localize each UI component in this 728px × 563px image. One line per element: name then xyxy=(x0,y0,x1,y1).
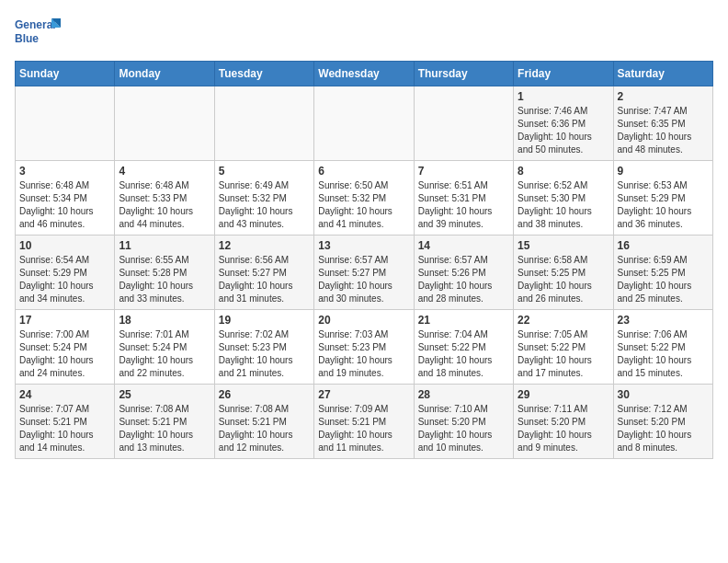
calendar-day-cell: 19Sunrise: 7:02 AMSunset: 5:23 PMDayligh… xyxy=(214,310,313,385)
calendar-day-cell: 9Sunrise: 6:53 AMSunset: 5:29 PMDaylight… xyxy=(613,161,712,236)
day-number: 1 xyxy=(518,90,609,103)
day-info: Sunrise: 7:00 AMSunset: 5:24 PMDaylight:… xyxy=(19,328,110,380)
day-info: Sunrise: 6:53 AMSunset: 5:29 PMDaylight:… xyxy=(618,179,709,231)
calendar-day-cell: 5Sunrise: 6:49 AMSunset: 5:32 PMDaylight… xyxy=(214,161,313,236)
logo-svg: General Blue xyxy=(15,15,61,52)
day-number: 30 xyxy=(618,388,709,401)
day-number: 3 xyxy=(19,165,110,178)
day-number: 18 xyxy=(119,314,210,327)
day-number: 9 xyxy=(618,165,709,178)
calendar-day-cell: 6Sunrise: 6:50 AMSunset: 5:32 PMDaylight… xyxy=(314,161,414,236)
day-info: Sunrise: 7:10 AMSunset: 5:20 PMDaylight:… xyxy=(418,403,509,454)
calendar-day-cell: 16Sunrise: 6:59 AMSunset: 5:25 PMDayligh… xyxy=(613,236,712,310)
day-info: Sunrise: 7:08 AMSunset: 5:21 PMDaylight:… xyxy=(119,403,210,454)
day-number: 7 xyxy=(418,165,509,178)
calendar-day-cell: 4Sunrise: 6:48 AMSunset: 5:33 PMDaylight… xyxy=(115,161,214,236)
calendar-day-cell: 8Sunrise: 6:52 AMSunset: 5:30 PMDaylight… xyxy=(514,161,613,236)
day-of-week-header: Friday xyxy=(514,62,613,86)
day-info: Sunrise: 6:57 AMSunset: 5:27 PMDaylight:… xyxy=(318,254,409,305)
day-info: Sunrise: 7:08 AMSunset: 5:21 PMDaylight:… xyxy=(219,403,310,454)
calendar-table: SundayMondayTuesdayWednesdayThursdayFrid… xyxy=(15,61,713,459)
day-info: Sunrise: 7:12 AMSunset: 5:20 PMDaylight:… xyxy=(618,403,709,454)
day-number: 17 xyxy=(19,314,110,327)
day-info: Sunrise: 6:49 AMSunset: 5:32 PMDaylight:… xyxy=(219,179,310,231)
day-number: 26 xyxy=(219,388,310,401)
day-info: Sunrise: 7:06 AMSunset: 5:22 PMDaylight:… xyxy=(618,328,709,380)
day-number: 22 xyxy=(518,314,609,327)
calendar-day-cell xyxy=(314,86,414,161)
day-number: 13 xyxy=(318,239,409,252)
day-info: Sunrise: 6:59 AMSunset: 5:25 PMDaylight:… xyxy=(618,254,709,305)
day-info: Sunrise: 7:05 AMSunset: 5:22 PMDaylight:… xyxy=(518,328,609,380)
calendar-day-cell xyxy=(414,86,513,161)
calendar-day-cell: 13Sunrise: 6:57 AMSunset: 5:27 PMDayligh… xyxy=(314,236,414,310)
day-info: Sunrise: 6:50 AMSunset: 5:32 PMDaylight:… xyxy=(318,179,409,231)
calendar-day-cell xyxy=(214,86,313,161)
calendar-week-row: 24Sunrise: 7:07 AMSunset: 5:21 PMDayligh… xyxy=(16,385,713,459)
calendar-day-cell: 22Sunrise: 7:05 AMSunset: 5:22 PMDayligh… xyxy=(514,310,613,385)
day-of-week-header: Wednesday xyxy=(314,62,414,86)
day-number: 20 xyxy=(318,314,409,327)
calendar-day-cell: 11Sunrise: 6:55 AMSunset: 5:28 PMDayligh… xyxy=(115,236,214,310)
day-number: 8 xyxy=(518,165,609,178)
calendar-day-cell: 29Sunrise: 7:11 AMSunset: 5:20 PMDayligh… xyxy=(514,385,613,459)
day-number: 11 xyxy=(119,239,210,252)
calendar-day-cell: 23Sunrise: 7:06 AMSunset: 5:22 PMDayligh… xyxy=(613,310,712,385)
day-info: Sunrise: 7:03 AMSunset: 5:23 PMDaylight:… xyxy=(318,328,409,380)
day-number: 27 xyxy=(318,388,409,401)
page-header: General Blue xyxy=(15,15,713,52)
day-info: Sunrise: 6:56 AMSunset: 5:27 PMDaylight:… xyxy=(219,254,310,305)
day-info: Sunrise: 6:57 AMSunset: 5:26 PMDaylight:… xyxy=(418,254,509,305)
calendar-day-cell: 1Sunrise: 7:46 AMSunset: 6:36 PMDaylight… xyxy=(514,86,613,161)
day-info: Sunrise: 6:48 AMSunset: 5:34 PMDaylight:… xyxy=(19,179,110,231)
day-number: 16 xyxy=(618,239,709,252)
day-of-week-header: Monday xyxy=(115,62,214,86)
day-info: Sunrise: 7:07 AMSunset: 5:21 PMDaylight:… xyxy=(19,403,110,454)
day-info: Sunrise: 7:47 AMSunset: 6:35 PMDaylight:… xyxy=(618,105,709,156)
days-of-week-row: SundayMondayTuesdayWednesdayThursdayFrid… xyxy=(16,62,713,86)
day-info: Sunrise: 7:46 AMSunset: 6:36 PMDaylight:… xyxy=(518,105,609,156)
svg-text:General: General xyxy=(15,18,56,31)
calendar-day-cell: 27Sunrise: 7:09 AMSunset: 5:21 PMDayligh… xyxy=(314,385,414,459)
day-number: 14 xyxy=(418,239,509,252)
day-info: Sunrise: 7:04 AMSunset: 5:22 PMDaylight:… xyxy=(418,328,509,380)
day-info: Sunrise: 7:01 AMSunset: 5:24 PMDaylight:… xyxy=(119,328,210,380)
day-number: 6 xyxy=(318,165,409,178)
calendar-day-cell: 17Sunrise: 7:00 AMSunset: 5:24 PMDayligh… xyxy=(16,310,115,385)
day-number: 4 xyxy=(119,165,210,178)
calendar-week-row: 3Sunrise: 6:48 AMSunset: 5:34 PMDaylight… xyxy=(16,161,713,236)
day-of-week-header: Thursday xyxy=(414,62,513,86)
day-number: 10 xyxy=(19,239,110,252)
calendar-day-cell: 15Sunrise: 6:58 AMSunset: 5:25 PMDayligh… xyxy=(514,236,613,310)
calendar-day-cell: 2Sunrise: 7:47 AMSunset: 6:35 PMDaylight… xyxy=(613,86,712,161)
calendar-day-cell: 28Sunrise: 7:10 AMSunset: 5:20 PMDayligh… xyxy=(414,385,513,459)
day-number: 21 xyxy=(418,314,509,327)
calendar-day-cell: 3Sunrise: 6:48 AMSunset: 5:34 PMDaylight… xyxy=(16,161,115,236)
day-info: Sunrise: 7:11 AMSunset: 5:20 PMDaylight:… xyxy=(518,403,609,454)
calendar-day-cell: 7Sunrise: 6:51 AMSunset: 5:31 PMDaylight… xyxy=(414,161,513,236)
calendar-day-cell: 25Sunrise: 7:08 AMSunset: 5:21 PMDayligh… xyxy=(115,385,214,459)
day-number: 29 xyxy=(518,388,609,401)
calendar-week-row: 10Sunrise: 6:54 AMSunset: 5:29 PMDayligh… xyxy=(16,236,713,310)
calendar-day-cell: 10Sunrise: 6:54 AMSunset: 5:29 PMDayligh… xyxy=(16,236,115,310)
calendar-body: 1Sunrise: 7:46 AMSunset: 6:36 PMDaylight… xyxy=(16,86,713,459)
calendar-day-cell xyxy=(16,86,115,161)
svg-text:Blue: Blue xyxy=(15,32,39,45)
calendar-week-row: 17Sunrise: 7:00 AMSunset: 5:24 PMDayligh… xyxy=(16,310,713,385)
calendar-week-row: 1Sunrise: 7:46 AMSunset: 6:36 PMDaylight… xyxy=(16,86,713,161)
calendar-day-cell: 24Sunrise: 7:07 AMSunset: 5:21 PMDayligh… xyxy=(16,385,115,459)
day-number: 19 xyxy=(219,314,310,327)
calendar-day-cell: 21Sunrise: 7:04 AMSunset: 5:22 PMDayligh… xyxy=(414,310,513,385)
day-of-week-header: Sunday xyxy=(16,62,115,86)
calendar-day-cell: 14Sunrise: 6:57 AMSunset: 5:26 PMDayligh… xyxy=(414,236,513,310)
day-info: Sunrise: 6:54 AMSunset: 5:29 PMDaylight:… xyxy=(19,254,110,305)
calendar-day-cell: 18Sunrise: 7:01 AMSunset: 5:24 PMDayligh… xyxy=(115,310,214,385)
calendar-day-cell: 12Sunrise: 6:56 AMSunset: 5:27 PMDayligh… xyxy=(214,236,313,310)
day-info: Sunrise: 6:55 AMSunset: 5:28 PMDaylight:… xyxy=(119,254,210,305)
day-info: Sunrise: 6:48 AMSunset: 5:33 PMDaylight:… xyxy=(119,179,210,231)
logo: General Blue xyxy=(15,15,61,52)
day-number: 28 xyxy=(418,388,509,401)
calendar-header: SundayMondayTuesdayWednesdayThursdayFrid… xyxy=(16,62,713,86)
day-info: Sunrise: 7:09 AMSunset: 5:21 PMDaylight:… xyxy=(318,403,409,454)
calendar-day-cell: 30Sunrise: 7:12 AMSunset: 5:20 PMDayligh… xyxy=(613,385,712,459)
